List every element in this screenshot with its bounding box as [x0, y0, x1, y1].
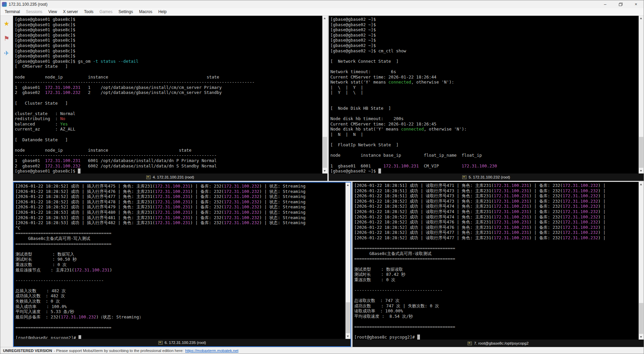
terminal-output-4[interactable]: [gbase@gbase01 gbase8c]$[gbase@gbase01 g…: [13, 16, 327, 173]
terminal-output-7[interactable]: [2026-01-22 18:28:51] 成功 | 读取行序号471 | 角色…: [353, 182, 644, 340]
pane-tab-6[interactable]: 6. 172.31.100.235 (root): [14, 339, 351, 346]
terminal-grid: [gbase@gbase01 gbase8c]$[gbase@gbase01 g…: [13, 16, 644, 347]
restore-icon: [619, 3, 622, 6]
terminal-pane-6-focused: [2026-01-22 18:28:52] 成功 | 插入行序号475 | 角色…: [13, 182, 351, 347]
title-bar: 172.31.100.235 (root) – ×: [0, 0, 644, 8]
window-title: 172.31.100.235 (root): [9, 2, 47, 7]
menu-macros[interactable]: Macros: [136, 8, 155, 15]
menu-help[interactable]: Help: [155, 8, 170, 15]
scroll-up-icon[interactable]: [639, 182, 644, 187]
scrollbar[interactable]: [322, 16, 327, 173]
terminal-pane-7: [2026-01-22 18:28:51] 成功 | 读取行序号471 | 角色…: [353, 182, 644, 347]
terminal-output-6[interactable]: [2026-01-22 18:28:52] 成功 | 插入行序号475 | 角色…: [14, 183, 351, 339]
scrollbar[interactable]: [639, 16, 644, 173]
menu-tools[interactable]: Tools: [81, 8, 97, 15]
scroll-thumb[interactable]: [639, 137, 643, 168]
scroll-up-icon[interactable]: [639, 16, 644, 21]
menu-x-server[interactable]: X server: [60, 8, 81, 15]
scroll-down-icon[interactable]: [322, 168, 327, 173]
terminal-icon: [158, 341, 163, 345]
menu-settings[interactable]: Settings: [115, 8, 136, 15]
pin-icon[interactable]: ⚑: [2, 34, 11, 43]
mobaxterm-window: 172.31.100.235 (root) – × TerminalSessio…: [0, 0, 644, 354]
restore-button[interactable]: [613, 0, 628, 8]
terminal-output-5[interactable]: [gbase@gbase02 ~]$[gbase@gbase02 ~]$[gba…: [329, 16, 644, 173]
window-controls: – ×: [597, 0, 644, 8]
scroll-thumb[interactable]: [639, 303, 643, 334]
terminal-pane-5: [gbase@gbase02 ~]$[gbase@gbase02 ~]$[gba…: [329, 16, 644, 181]
scroll-thumb[interactable]: [323, 137, 327, 168]
scroll-down-icon[interactable]: [639, 168, 644, 173]
status-message: - Please support MobaXterm by subscribin…: [54, 349, 183, 353]
terminal-icon: [462, 175, 467, 179]
menu-view[interactable]: View: [45, 8, 60, 15]
sidebar: ★⚑✈: [0, 16, 13, 347]
scrollbar[interactable]: [639, 182, 644, 340]
app-icon: [2, 2, 7, 7]
menu-games: Games: [97, 8, 116, 15]
pane-tab-label: 7. root@gbase8c:/opt/psycopg2: [474, 341, 529, 345]
paper-plane-icon[interactable]: ✈: [2, 49, 11, 57]
mobatek-link[interactable]: https://mobaxterm.mobatek.net: [185, 349, 238, 353]
pane-tab-label: 4. 172.31.100.231 (root): [153, 175, 194, 179]
terminal-pane-4: [gbase@gbase01 gbase8c]$[gbase@gbase01 g…: [13, 16, 327, 181]
unregistered-badge: UNREGISTERED VERSION: [3, 349, 52, 353]
close-button[interactable]: ×: [628, 0, 644, 8]
scroll-down-icon[interactable]: [639, 335, 644, 340]
scroll-up-icon[interactable]: [322, 16, 327, 21]
pane-tab-4[interactable]: 4. 172.31.100.231 (root): [13, 173, 327, 181]
minimize-button[interactable]: –: [597, 0, 613, 8]
pane-tab-7[interactable]: 7. root@gbase8c:/opt/psycopg2: [353, 340, 644, 347]
terminal-icon: [468, 342, 472, 345]
menu-bar: TerminalSessionsViewX serverToolsGamesSe…: [0, 8, 644, 16]
pane-tab-label: 6. 172.31.100.235 (root): [165, 341, 206, 345]
menu-sessions: Sessions: [23, 8, 45, 15]
scroll-up-icon[interactable]: [345, 183, 351, 188]
menu-terminal[interactable]: Terminal: [2, 8, 23, 15]
scroll-thumb[interactable]: [346, 302, 350, 333]
star-icon[interactable]: ★: [2, 19, 11, 28]
pane-tab-label: 5. 172.31.100.232 (root): [469, 175, 510, 179]
scrollbar[interactable]: [345, 183, 351, 339]
main-area: ★⚑✈ [gbase@gbase01 gbase8c]$[gbase@gbase…: [0, 16, 644, 347]
pane-tab-5[interactable]: 5. 172.31.100.232 (root): [329, 173, 644, 181]
scroll-down-icon[interactable]: [345, 334, 351, 339]
status-bar: UNREGISTERED VERSION - Please support Mo…: [0, 347, 644, 354]
terminal-icon: [146, 175, 151, 179]
